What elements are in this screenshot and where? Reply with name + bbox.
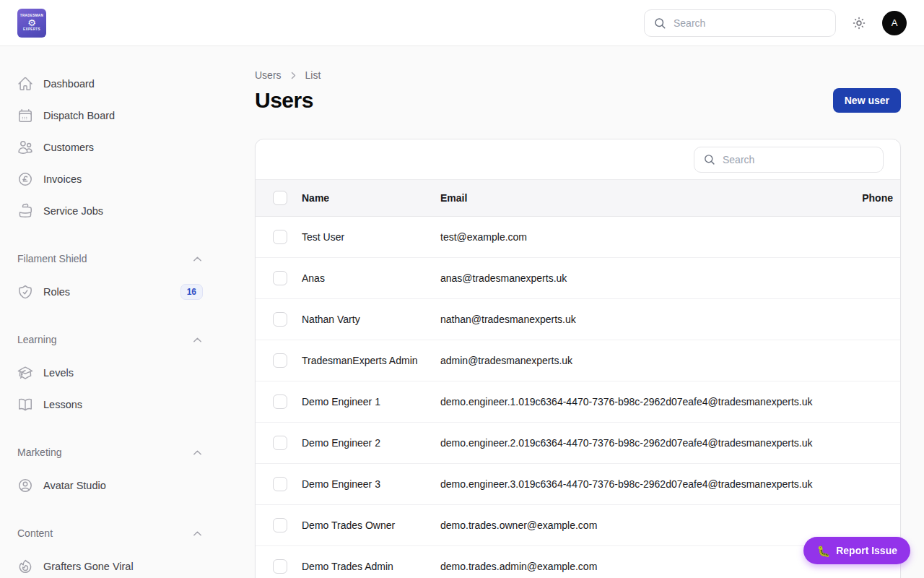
global-search-input[interactable] (674, 17, 827, 29)
cell-email: test@example.com (440, 231, 842, 243)
row-checkbox[interactable] (273, 518, 287, 532)
cell-name: Anas (302, 272, 440, 284)
gear-icon: ⚙ (27, 18, 36, 27)
search-icon (703, 153, 715, 165)
table-row[interactable]: TradesmanExperts Admin admin@tradesmanex… (256, 340, 900, 381)
table-row[interactable]: Anas anas@tradesmanexperts.uk (256, 258, 900, 299)
bug-icon: 🐛 (816, 545, 830, 556)
main-content: Users List Users New user Name (220, 46, 924, 578)
sidebar-item-label: Levels (43, 367, 74, 379)
column-header-name[interactable]: Name (302, 192, 440, 204)
sidebar-item-lessons[interactable]: Lessons (17, 389, 203, 420)
row-checkbox[interactable] (273, 477, 287, 491)
cell-email: demo.engineer.1.019c6364-4470-7376-b98c-… (440, 396, 842, 407)
sidebar-item-avatar-studio[interactable]: Avatar Studio (17, 470, 203, 501)
sidebar-group-learning: Learning Levels Lessons (17, 331, 203, 420)
row-checkbox[interactable] (273, 230, 287, 244)
table-row[interactable]: Test User test@example.com (256, 217, 900, 258)
users-table-card: Name Email Phone Test User test@example.… (255, 139, 901, 578)
new-user-button[interactable]: New user (833, 88, 901, 113)
users-icon (17, 139, 33, 155)
breadcrumb-list: List (305, 69, 321, 81)
book-open-icon (17, 397, 33, 413)
fire-icon (17, 558, 33, 574)
logo-text-bottom: EXPERTS (23, 27, 40, 32)
sidebar-item-label: Customers (43, 142, 94, 153)
row-checkbox[interactable] (273, 312, 287, 327)
avatar-initial: A (892, 17, 898, 28)
cell-email: nathan@tradesmanexperts.uk (440, 314, 842, 325)
page-title: Users (255, 88, 313, 113)
chevron-up-icon (192, 447, 203, 458)
shield-check-icon (17, 284, 33, 300)
pound-icon (17, 171, 33, 187)
cell-email: admin@tradesmanexperts.uk (440, 355, 842, 366)
sidebar-item-dashboard[interactable]: Dashboard (17, 68, 203, 100)
sidebar-item-label: Avatar Studio (43, 480, 106, 491)
cell-name: TradesmanExperts Admin (302, 355, 440, 366)
sidebar-item-invoices[interactable]: Invoices (17, 163, 203, 195)
table-toolbar (256, 139, 900, 180)
topbar: TRADESMAN ⚙ EXPERTS A (0, 0, 924, 46)
sidebar-group-label: Filament Shield (17, 253, 87, 264)
global-search[interactable] (644, 9, 836, 37)
cell-name: Demo Trades Owner (302, 519, 440, 531)
sidebar-item-label: Grafters Gone Viral (43, 561, 134, 572)
theme-toggle-button[interactable] (852, 16, 866, 30)
sidebar-group-toggle-learning[interactable]: Learning (17, 331, 203, 348)
sidebar-group-toggle-content[interactable]: Content (17, 525, 203, 542)
chevron-up-icon (192, 335, 203, 345)
chevron-up-icon (192, 254, 203, 264)
row-checkbox[interactable] (273, 353, 287, 368)
sidebar-item-customers[interactable]: Customers (17, 131, 203, 163)
breadcrumb-users[interactable]: Users (255, 69, 282, 81)
row-checkbox[interactable] (273, 271, 287, 285)
graduation-cap-icon (17, 365, 33, 381)
cell-email: demo.trades.owner@example.com (440, 519, 842, 531)
sun-icon (852, 16, 866, 30)
table-row[interactable]: Demo Engineer 1 demo.engineer.1.019c6364… (256, 381, 900, 423)
report-issue-button[interactable]: 🐛 Report Issue (803, 537, 910, 564)
sidebar-group-content: Content Grafters Gone Viral (17, 525, 203, 578)
cell-email: demo.trades.admin@example.com (440, 561, 842, 572)
table-row[interactable]: Demo Engineer 3 demo.engineer.3.019c6364… (256, 464, 900, 505)
table-row[interactable]: Nathan Varty nathan@tradesmanexperts.uk (256, 299, 900, 340)
row-checkbox[interactable] (273, 436, 287, 450)
cell-name: Nathan Varty (302, 314, 440, 325)
sidebar-item-service-jobs[interactable]: Service Jobs (17, 195, 203, 227)
table-search-input[interactable] (723, 154, 874, 165)
cell-name: Demo Engineer 2 (302, 437, 440, 449)
column-header-email[interactable]: Email (440, 192, 842, 204)
sidebar-item-label: Service Jobs (43, 205, 103, 217)
sidebar-item-label: Dispatch Board (43, 110, 115, 121)
column-header-phone[interactable]: Phone (842, 192, 900, 204)
user-avatar[interactable]: A (882, 11, 907, 35)
sidebar-item-roles[interactable]: Roles 16 (17, 276, 203, 308)
cell-email: demo.engineer.2.019c6364-4470-7376-b98c-… (440, 437, 842, 449)
chevron-up-icon (192, 528, 203, 539)
sidebar-group-marketing: Marketing Avatar Studio (17, 444, 203, 501)
table-row[interactable]: Demo Trades Owner demo.trades.owner@exam… (256, 505, 900, 546)
sidebar-item-label: Lessons (43, 399, 82, 410)
search-icon (653, 17, 666, 30)
sidebar-group-toggle-marketing[interactable]: Marketing (17, 444, 203, 461)
sidebar-group-filament-shield: Filament Shield Roles 16 (17, 250, 203, 308)
table-search[interactable] (694, 147, 884, 173)
sidebar-item-grafters-gone-viral[interactable]: Grafters Gone Viral (17, 551, 203, 578)
row-checkbox[interactable] (273, 394, 287, 409)
sidebar-item-label: Dashboard (43, 78, 95, 90)
cell-name: Demo Engineer 3 (302, 478, 440, 490)
sidebar-group-toggle-filament-shield[interactable]: Filament Shield (17, 250, 203, 267)
sidebar-item-levels[interactable]: Levels (17, 357, 203, 389)
table-row[interactable]: Demo Engineer 2 demo.engineer.2.019c6364… (256, 423, 900, 464)
app-logo[interactable]: TRADESMAN ⚙ EXPERTS (17, 9, 46, 38)
sidebar-group-label: Marketing (17, 447, 61, 458)
sidebar: Dashboard Dispatch Board Customers Invoi… (0, 46, 220, 578)
calendar-icon (17, 108, 33, 124)
sidebar-item-dispatch-board[interactable]: Dispatch Board (17, 100, 203, 131)
sidebar-group-label: Content (17, 527, 53, 539)
cell-email: demo.engineer.3.019c6364-4470-7376-b98c-… (440, 478, 842, 490)
cell-name: Demo Trades Admin (302, 561, 440, 572)
row-checkbox[interactable] (273, 559, 287, 574)
select-all-checkbox[interactable] (273, 191, 287, 205)
